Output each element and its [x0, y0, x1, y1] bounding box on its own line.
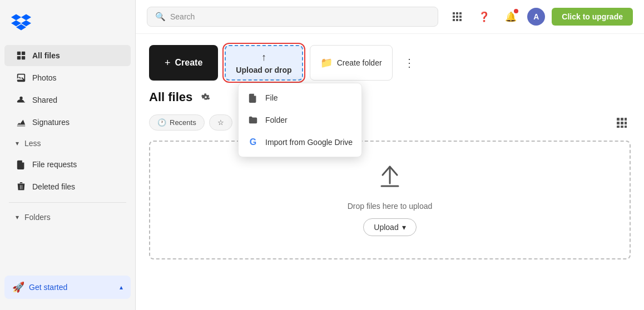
- svg-rect-10: [456, 12, 458, 14]
- search-bar[interactable]: 🔍 Search: [147, 7, 438, 27]
- help-button[interactable]: ❓: [474, 7, 494, 27]
- notification-dot: [514, 9, 518, 13]
- get-started-left: 🚀 Get started: [12, 281, 67, 293]
- sidebar-item-signatures[interactable]: Signatures: [4, 112, 131, 133]
- starred-tab[interactable]: ☆: [209, 114, 232, 131]
- sidebar-item-photos[interactable]: Photos: [4, 67, 131, 88]
- svg-rect-21: [617, 122, 620, 124]
- dropdown-folder-label: Folder: [265, 116, 288, 124]
- page-title-row: All files: [149, 89, 631, 105]
- svg-rect-18: [617, 118, 620, 121]
- svg-rect-16: [456, 19, 458, 21]
- sidebar-item-file-requests[interactable]: File requests: [4, 154, 131, 175]
- search-icon: 🔍: [155, 12, 166, 22]
- upgrade-button[interactable]: Click to upgrade: [552, 8, 633, 26]
- sidebar-item-all-files[interactable]: All files: [4, 45, 131, 66]
- chevron-down-icon-3: ▾: [402, 223, 406, 232]
- create-label: Create: [175, 58, 203, 68]
- file-request-icon: [16, 159, 27, 170]
- svg-rect-22: [621, 122, 623, 124]
- drop-zone-text: Drop files here to upload: [348, 202, 433, 211]
- folder-plus-icon: 📁: [320, 57, 333, 69]
- svg-rect-8: [22, 56, 25, 59]
- svg-marker-0: [11, 14, 21, 21]
- search-placeholder: Search: [170, 12, 195, 21]
- notifications-button[interactable]: 🔔: [501, 7, 521, 27]
- main-area: 🔍 Search ❓ 🔔 A Click to upgrade: [136, 0, 644, 310]
- dropdown-file-item[interactable]: File: [239, 87, 361, 109]
- upload-icon: ↑: [261, 52, 266, 63]
- dropdown-folder-item[interactable]: Folder: [239, 109, 361, 131]
- svg-rect-6: [22, 52, 25, 55]
- topbar-actions: ❓ 🔔 A Click to upgrade: [447, 7, 633, 27]
- sidebar-item-label: File requests: [32, 160, 77, 169]
- get-started-button[interactable]: 🚀 Get started ▴: [4, 276, 131, 299]
- recents-tab[interactable]: 🕐 Recents: [149, 114, 205, 131]
- tabs-left: 🕐 Recents ☆: [149, 114, 232, 131]
- dropdown-google-drive-label: Import from Google Drive: [265, 138, 353, 147]
- sidebar-item-label: Deleted files: [32, 182, 75, 191]
- sidebar-item-shared[interactable]: Shared: [4, 89, 131, 111]
- sidebar-item-deleted-files[interactable]: Deleted files: [4, 176, 131, 197]
- gear-icon: [201, 92, 211, 102]
- svg-rect-17: [459, 19, 462, 21]
- toolbar-row: + Create ↑ Upload or drop 📁 Create folde…: [149, 45, 631, 81]
- grid-view-icon: [616, 117, 627, 128]
- upload-zone-button[interactable]: Upload ▾: [363, 218, 416, 236]
- svg-rect-12: [453, 16, 455, 18]
- svg-rect-19: [621, 118, 623, 121]
- sidebar-item-label: All files: [32, 51, 60, 60]
- svg-rect-24: [617, 126, 620, 128]
- sidebar-folders-toggle[interactable]: ▾ Folders: [4, 208, 131, 227]
- upload-arrow-icon: [376, 164, 404, 194]
- chevron-down-icon-2: ▾: [16, 213, 19, 221]
- page-title: All files: [149, 90, 192, 104]
- dropbox-logo-icon: [11, 12, 31, 32]
- svg-rect-11: [459, 12, 462, 14]
- sidebar: All files Photos Shared Signatures ▾ Les…: [0, 0, 136, 310]
- chevron-down-icon: ▾: [16, 139, 19, 147]
- grid-view-button[interactable]: [612, 113, 631, 132]
- more-options-button[interactable]: ⋮: [399, 53, 419, 73]
- dropdown-menu: File Folder G Import from Google Drive: [238, 83, 362, 157]
- create-folder-button[interactable]: 📁 Create folder: [310, 45, 393, 81]
- shared-icon: [16, 94, 27, 106]
- help-icon: ❓: [478, 11, 490, 23]
- settings-icon-button[interactable]: [198, 89, 214, 105]
- plus-icon: +: [165, 57, 171, 69]
- upload-drop-button[interactable]: ↑ Upload or drop: [225, 45, 303, 81]
- collapse-label: Less: [24, 139, 41, 148]
- dropdown-google-drive-item[interactable]: G Import from Google Drive: [239, 131, 361, 153]
- photo-icon: [16, 72, 27, 83]
- signature-icon: [16, 117, 27, 128]
- svg-rect-15: [453, 19, 455, 21]
- grid-apps-button[interactable]: [447, 7, 467, 27]
- clock-icon: 🕐: [157, 118, 166, 127]
- rocket-icon: 🚀: [12, 281, 24, 293]
- sidebar-collapse-toggle[interactable]: ▾ Less: [4, 134, 131, 153]
- folders-label: Folders: [24, 213, 51, 222]
- svg-rect-26: [625, 126, 627, 128]
- upload-zone-label: Upload: [374, 223, 398, 232]
- grid-apps-icon: [452, 11, 463, 22]
- get-started-label: Get started: [29, 283, 67, 292]
- sidebar-item-label: Shared: [32, 96, 57, 104]
- avatar[interactable]: A: [527, 8, 545, 26]
- create-button[interactable]: + Create: [149, 45, 218, 81]
- sidebar-bottom: 🚀 Get started ▴: [0, 271, 135, 303]
- avatar-label: A: [533, 12, 539, 21]
- svg-rect-5: [17, 52, 21, 55]
- upload-drop-label: Upload or drop: [236, 66, 291, 74]
- svg-rect-9: [453, 12, 455, 14]
- chevron-up-icon: ▴: [120, 283, 123, 291]
- recents-label: Recents: [170, 118, 196, 127]
- sidebar-item-label: Signatures: [32, 118, 70, 127]
- svg-rect-23: [625, 122, 627, 124]
- drop-zone: Drop files here to upload Upload ▾: [149, 141, 631, 259]
- dropdown-file-label: File: [265, 93, 278, 102]
- sidebar-divider: [9, 202, 126, 203]
- star-icon: ☆: [217, 118, 224, 127]
- svg-rect-20: [625, 118, 627, 121]
- content-area: + Create ↑ Upload or drop 📁 Create folde…: [136, 34, 644, 310]
- trash-icon: [16, 181, 27, 192]
